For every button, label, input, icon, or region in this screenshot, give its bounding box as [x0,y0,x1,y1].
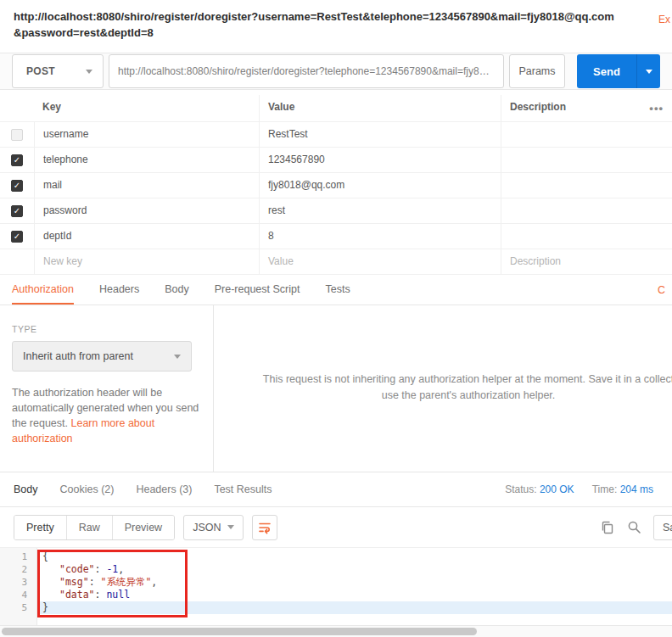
param-description-cell[interactable] [501,122,672,147]
view-preview-button[interactable]: Preview [112,516,174,539]
view-mode-segment: Pretty Raw Preview [14,515,175,540]
json-value: "系统异常" [100,576,151,588]
param-key-cell[interactable]: username [34,122,259,147]
params-description-header: Description [501,95,672,121]
format-select[interactable]: JSON [183,515,244,540]
url-preview: http://localhost:8080/shiro/register/dor… [0,0,672,53]
table-row: password rest [0,198,672,224]
params-value-header: Value [259,95,501,121]
line-number: 5 [0,601,37,614]
params-button[interactable]: Params [509,54,565,88]
param-key-cell[interactable]: deptId [34,224,259,249]
url-preview-line1: http://localhost:8080/shiro/register/dor… [14,8,658,25]
time-label: Time: [592,483,618,495]
brace-open: { [42,550,48,562]
line-number: 4 [0,589,37,601]
param-value-cell[interactable]: rest [259,198,501,223]
row-checkbox[interactable] [11,180,23,192]
param-description-cell[interactable] [501,224,672,249]
view-raw-button[interactable]: Raw [66,516,112,539]
chevron-down-icon [174,355,181,359]
json-separator: : [89,576,101,588]
chevron-down-icon [646,70,652,74]
param-value-cell[interactable]: RestTest [259,122,501,147]
chevron-down-icon [227,525,234,529]
json-value: null [106,589,130,601]
response-tab-headers[interactable]: Headers (3) [136,483,192,495]
wrap-text-button[interactable] [252,515,277,540]
response-tab-test-results[interactable]: Test Results [214,483,272,495]
response-status: Status: 200 OK Time: 204 ms [505,483,653,495]
response-header: Body Cookies (2) Headers (3) Test Result… [0,472,672,507]
table-row: username RestTest [0,122,672,148]
json-value: -1 [106,563,118,575]
cookies-code-link[interactable]: C [658,275,665,305]
json-key: "data" [59,589,95,601]
row-checkbox[interactable] [11,205,23,217]
new-description-cell[interactable]: Description [501,249,672,274]
response-toolbar: Pretty Raw Preview JSON Sav [0,507,672,548]
auth-help-text: The authorization header will be automat… [12,385,203,446]
param-description-cell[interactable] [501,148,672,172]
tab-body[interactable]: Body [165,275,189,305]
inherit-note-line2: use the parent's authorization helper. [214,388,672,404]
view-pretty-button[interactable]: Pretty [14,516,66,539]
row-checkbox[interactable] [11,231,23,243]
postman-window: http://localhost:8080/shiro/register/dor… [0,0,672,637]
response-tab-cookies[interactable]: Cookies (2) [60,483,115,495]
line-number: 2 [0,563,37,576]
auth-type-select[interactable]: Inherit auth from parent [12,341,192,372]
response-body-editor[interactable]: 1 { 2 "code": -1, 3 "msg": "系统异常", 4 "da… [0,548,672,625]
code-line: 3 "msg": "系统异常", [0,576,672,589]
line-number: 3 [0,576,37,589]
tab-authorization[interactable]: Authorization [12,275,74,305]
tab-tests[interactable]: Tests [325,275,350,305]
authorization-panel: TYPE Inherit auth from parent The author… [0,305,672,472]
url-input[interactable] [109,54,504,88]
new-key-cell[interactable]: New key [34,249,259,274]
status-badge: 200 OK [540,483,574,495]
param-key-cell[interactable]: password [34,198,259,223]
copy-icon[interactable] [600,520,615,535]
status-label: Status: [505,483,536,495]
param-key-cell[interactable]: mail [34,173,259,198]
row-checkbox[interactable] [11,154,23,166]
send-dropdown-button[interactable] [636,54,660,88]
param-description-cell[interactable] [501,198,672,223]
method-select[interactable]: POST [12,54,104,88]
json-separator: : [95,589,107,601]
time-value: 204 ms [620,483,653,495]
param-value-cell[interactable]: 1234567890 [259,148,501,172]
search-icon[interactable] [627,520,641,534]
examples-link[interactable]: Ex [658,14,670,25]
param-description-cell[interactable] [501,173,672,198]
line-number: 1 [0,550,37,563]
horizontal-scrollbar[interactable] [0,625,672,637]
response-tab-body[interactable]: Body [14,483,38,495]
row-checkbox[interactable] [11,129,23,141]
table-row: mail fjy8018@qq.com [0,173,672,198]
scrollbar-thumb[interactable] [2,628,477,635]
json-comma: , [151,576,157,588]
new-value-cell[interactable]: Value [259,249,501,274]
params-menu-icon[interactable]: ••• [649,95,664,121]
param-value-cell[interactable]: fjy8018@qq.com [259,173,501,198]
param-value-cell[interactable]: 8 [259,224,501,249]
request-tabs: Authorization Headers Body Pre-request S… [0,275,672,305]
code-line: 1 { [0,550,672,563]
code-line: 4 "data": null [0,589,672,601]
params-table: Key Value Description ••• username RestT… [0,90,672,275]
send-button[interactable]: Send [577,54,660,88]
send-label[interactable]: Send [577,54,636,88]
tab-headers[interactable]: Headers [99,275,139,305]
json-separator: : [95,563,107,575]
table-row: telephone 1234567890 [0,148,672,173]
tab-pre-request-script[interactable]: Pre-request Script [215,275,300,305]
save-response-button[interactable]: Sav [653,515,672,540]
json-comma: , [118,563,124,575]
wrap-text-icon [258,521,272,534]
param-key-cell[interactable]: telephone [34,148,259,172]
code-line: 2 "code": -1, [0,563,672,576]
params-header-row: Key Value Description ••• [0,95,672,122]
auth-type-label: TYPE [12,324,201,334]
